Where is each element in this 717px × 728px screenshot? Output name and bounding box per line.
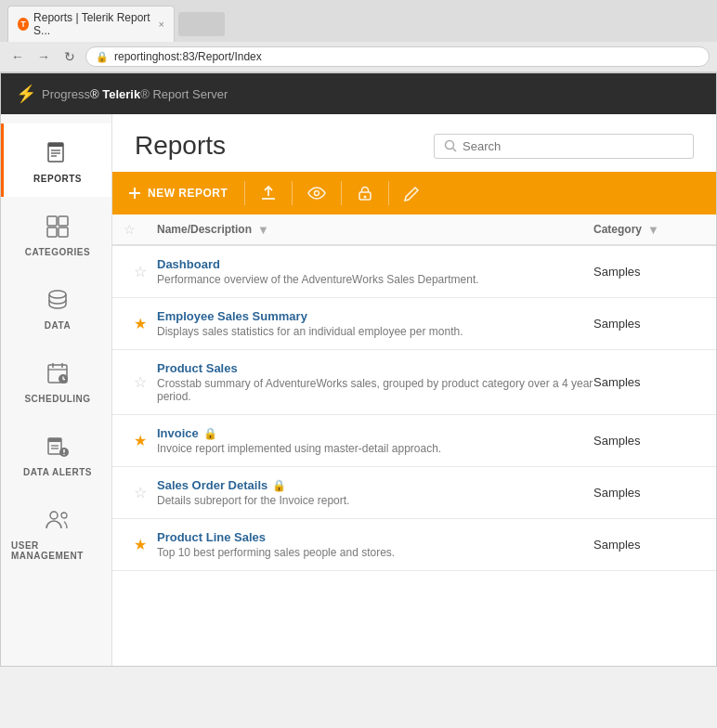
sidebar-item-reports[interactable]: REPORTS [1,124,111,197]
report-content: Invoice 🔒 Invoice report implemented usi… [157,426,593,455]
upload-button[interactable] [247,172,290,214]
svg-point-9 [49,291,66,298]
permissions-button[interactable] [344,172,386,214]
svg-point-32 [315,191,319,196]
toolbar-divider-1 [244,181,245,205]
svg-rect-8 [59,228,68,237]
sidebar-scheduling-label: SCHEDULING [24,394,90,404]
sidebar-item-categories[interactable]: CATEGORIES [1,197,111,270]
svg-rect-7 [47,228,57,237]
sidebar-item-data[interactable]: DATA [1,270,111,344]
name-col-header: Name/Description ▼ [157,223,593,237]
star-toggle[interactable]: ☆ [124,484,157,501]
browser-chrome: T Reports | Telerik Report S... × ← → ↻ … [0,0,717,72]
report-category: Samples [593,486,705,500]
new-report-button[interactable]: NEW REPORT [124,172,242,214]
forward-button[interactable]: → [33,46,54,67]
report-description: Invoice report implemented using master-… [157,442,593,455]
report-name: Invoice 🔒 [157,426,593,440]
page-title: Reports [135,131,226,161]
report-category: Samples [593,265,705,279]
category-filter-icon[interactable]: ▼ [647,223,659,237]
lock-icon: 🔒 [272,479,286,492]
report-content: Dashboard Performance overview of the Ad… [157,257,593,286]
new-tab-area [178,12,225,36]
report-description: Crosstab summary of AdventureWorks sales… [157,377,593,403]
report-description: Displays sales statistics for an individ… [157,325,593,338]
app-logo: ⚡ Progress® Telerik® Report Server [16,84,228,104]
progress-logo-icon: ⚡ [16,84,36,104]
star-toggle[interactable]: ★ [124,536,157,553]
refresh-button[interactable]: ↻ [59,46,80,67]
table-row[interactable]: ☆ Product Sales Crosstab summary of Adve… [112,350,716,415]
report-content: Sales Order Details 🔒 Details subreport … [157,478,593,507]
report-description: Details subreport for the Invoice report… [157,494,593,507]
address-bar: ← → ↻ 🔒 reportinghost:83/Report/Index [0,42,717,72]
report-name: Employee Sales Summary [157,309,593,323]
upload-icon [260,185,277,202]
table-header: ☆ Name/Description ▼ Category ▼ [112,214,716,246]
name-filter-icon[interactable]: ▼ [257,223,269,237]
sidebar-item-data-alerts[interactable]: DATA ALERTS [1,417,111,490]
preview-button[interactable] [294,172,339,214]
scheduling-icon [41,357,74,390]
new-report-label: NEW REPORT [148,187,228,200]
table-row[interactable]: ☆ Dashboard Performance overview of the … [112,246,716,298]
tab-close-button[interactable]: × [159,19,164,30]
lock-icon: 🔒 [203,427,217,440]
back-button[interactable]: ← [7,46,28,67]
edit-button[interactable] [391,172,434,214]
svg-point-26 [446,141,454,150]
table-row[interactable]: ★ Product Line Sales Top 10 best perform… [112,519,716,571]
report-category: Samples [593,434,705,448]
star-toggle[interactable]: ★ [124,432,157,449]
svg-point-25 [61,513,67,518]
categories-icon [41,210,74,243]
permissions-icon [357,185,373,202]
search-icon [444,139,457,152]
reports-icon [41,136,74,170]
toolbar: NEW REPORT [112,172,716,214]
app-name: Progress® Telerik® Report Server [42,87,228,101]
app-body: REPORTS CATEGORIES [1,114,716,666]
sidebar-item-user-management[interactable]: USER MANAGEMENT [1,490,111,574]
eye-icon [307,187,326,200]
star-toggle[interactable]: ★ [124,315,157,332]
data-alerts-icon [41,430,74,463]
star-toggle[interactable]: ☆ [124,373,157,391]
star-col-header: ☆ [124,222,157,237]
star-toggle[interactable]: ☆ [124,263,157,280]
tab-bar: T Reports | Telerik Report S... × [0,0,717,42]
edit-icon [404,185,421,202]
svg-point-34 [364,196,367,199]
sidebar-data-label: DATA [45,320,71,331]
svg-rect-1 [48,143,63,147]
report-name: Sales Order Details 🔒 [157,478,593,492]
report-name: Dashboard [157,257,593,271]
app-shell: ⚡ Progress® Telerik® Report Server [0,72,717,667]
table-row[interactable]: ★ Invoice 🔒 Invoice report implemented u… [112,415,716,467]
report-name: Product Line Sales [157,530,593,544]
search-input[interactable] [463,139,684,153]
active-tab[interactable]: T Reports | Telerik Report S... × [7,6,175,42]
svg-line-27 [453,149,457,152]
category-col-header: Category ▼ [593,223,705,237]
report-content: Product Sales Crosstab summary of Advent… [157,361,593,403]
sidebar-reports-label: REPORTS [33,174,82,184]
toolbar-divider-4 [388,181,389,205]
svg-rect-5 [47,216,57,226]
svg-rect-18 [48,438,61,442]
report-description: Top 10 best performing sales people and … [157,546,593,559]
user-management-icon [41,503,74,537]
security-lock-icon: 🔒 [96,51,109,63]
report-content: Product Line Sales Top 10 best performin… [157,530,593,559]
report-table: ☆ Name/Description ▼ Category ▼ ☆ Dashbo… [112,214,716,666]
table-row[interactable]: ★ Employee Sales Summary Displays sales … [112,298,716,350]
sidebar: REPORTS CATEGORIES [1,114,112,666]
sidebar-item-scheduling[interactable]: SCHEDULING [1,344,111,417]
search-box[interactable] [434,134,694,159]
sidebar-data-alerts-label: DATA ALERTS [23,467,92,477]
svg-point-24 [50,512,58,519]
table-row[interactable]: ☆ Sales Order Details 🔒 Details subrepor… [112,467,716,519]
url-bar[interactable]: 🔒 reportinghost:83/Report/Index [85,46,710,67]
